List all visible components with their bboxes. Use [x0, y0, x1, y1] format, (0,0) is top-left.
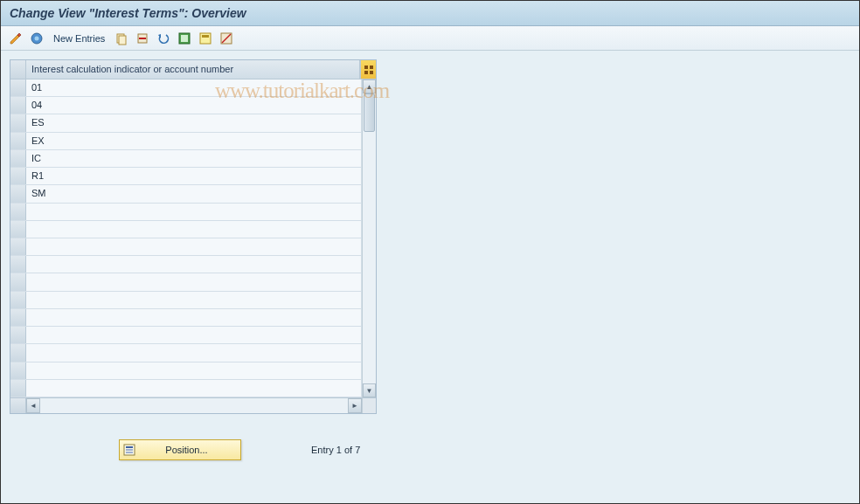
cell-value[interactable]: SM: [26, 185, 362, 202]
cell-value[interactable]: [26, 204, 362, 220]
content-area: www.tutorialkart.com Interest calculatio…: [1, 51, 859, 504]
select-all-icon[interactable]: [177, 31, 192, 46]
svg-rect-7: [200, 33, 211, 44]
row-selector[interactable]: [10, 238, 26, 255]
svg-point-1: [35, 36, 39, 40]
table-row[interactable]: [10, 204, 362, 221]
table-row[interactable]: [10, 344, 362, 362]
table-row[interactable]: [10, 238, 362, 256]
table-row[interactable]: 04: [10, 97, 362, 114]
row-selector[interactable]: [10, 150, 26, 167]
svg-rect-11: [370, 66, 373, 69]
row-selector[interactable]: [10, 79, 26, 96]
svg-rect-16: [126, 449, 133, 451]
other-view-icon[interactable]: [29, 31, 45, 46]
footer-corner: [10, 398, 26, 413]
table-row[interactable]: [10, 327, 362, 344]
column-header[interactable]: Interest calculation indicator or accoun…: [26, 60, 360, 79]
cell-value[interactable]: [26, 362, 362, 379]
entry-counter: Entry 1 of 7: [311, 445, 360, 455]
row-selector[interactable]: [10, 344, 26, 361]
cell-value[interactable]: [26, 309, 362, 326]
toolbar: New Entries: [1, 26, 859, 51]
row-selector[interactable]: [10, 327, 26, 343]
cell-value[interactable]: EX: [26, 133, 362, 149]
horizontal-scrollbar[interactable]: ◄ ►: [26, 398, 362, 413]
deselect-all-icon[interactable]: [218, 31, 234, 46]
cell-value[interactable]: [26, 292, 362, 308]
table-row[interactable]: IC: [10, 150, 362, 168]
vertical-scrollbar[interactable]: ▲ ▼: [362, 79, 376, 397]
copy-icon[interactable]: [114, 31, 129, 46]
undo-icon[interactable]: [156, 31, 171, 46]
hscroll-track[interactable]: [40, 398, 348, 413]
cell-value[interactable]: 04: [26, 97, 362, 114]
row-selector[interactable]: [10, 133, 26, 149]
cell-value[interactable]: ES: [26, 114, 362, 131]
table-row[interactable]: [10, 256, 362, 273]
table-row[interactable]: [10, 273, 362, 291]
table-row[interactable]: 01: [10, 79, 362, 97]
select-all-column[interactable]: [10, 60, 26, 79]
table-row[interactable]: SM: [10, 185, 362, 203]
table-body: 0104ESEXICR1SM ▲ ▼: [10, 79, 376, 397]
page-title: Change View "Interest Terms": Overview: [1, 1, 859, 26]
scroll-up-icon[interactable]: ▲: [363, 79, 376, 93]
scroll-left-icon[interactable]: ◄: [26, 398, 40, 413]
cell-value[interactable]: [26, 344, 362, 361]
svg-rect-3: [119, 36, 126, 45]
position-icon: [122, 443, 136, 457]
table-row[interactable]: [10, 380, 362, 397]
svg-rect-17: [126, 452, 133, 453]
table-settings-icon[interactable]: [360, 60, 376, 79]
row-selector[interactable]: [10, 185, 26, 202]
table-row[interactable]: EX: [10, 133, 362, 150]
table-row[interactable]: R1: [10, 168, 362, 185]
cell-value[interactable]: [26, 238, 362, 255]
svg-rect-8: [202, 35, 209, 38]
svg-rect-6: [181, 35, 188, 42]
row-selector[interactable]: [10, 309, 26, 326]
row-selector[interactable]: [10, 221, 26, 238]
scroll-right-icon[interactable]: ►: [348, 398, 362, 413]
cell-value[interactable]: IC: [26, 150, 362, 167]
table-row[interactable]: ES: [10, 114, 362, 132]
svg-rect-13: [370, 71, 373, 74]
delete-icon[interactable]: [135, 31, 150, 46]
svg-rect-10: [364, 66, 368, 69]
row-selector[interactable]: [10, 380, 26, 397]
row-selector[interactable]: [10, 256, 26, 273]
change-display-icon[interactable]: [8, 31, 24, 46]
cell-value[interactable]: 01: [26, 79, 362, 96]
scroll-track[interactable]: [363, 93, 376, 383]
scroll-corner: [362, 398, 376, 413]
svg-rect-12: [364, 71, 368, 74]
row-selector[interactable]: [10, 114, 26, 131]
cell-value[interactable]: [26, 327, 362, 343]
table-row[interactable]: [10, 292, 362, 309]
scroll-down-icon[interactable]: ▼: [363, 383, 376, 397]
cell-value[interactable]: R1: [26, 168, 362, 184]
table-row[interactable]: [10, 309, 362, 327]
cell-value[interactable]: [26, 380, 362, 397]
cell-value[interactable]: [26, 221, 362, 238]
row-selector[interactable]: [10, 204, 26, 220]
table-footer: ◄ ►: [10, 397, 376, 413]
bottom-bar: Position... Entry 1 of 7: [10, 439, 447, 460]
position-label: Position...: [142, 445, 232, 455]
cell-value[interactable]: [26, 273, 362, 290]
row-selector[interactable]: [10, 97, 26, 114]
cell-value[interactable]: [26, 256, 362, 273]
svg-rect-15: [126, 446, 133, 448]
select-block-icon[interactable]: [198, 31, 213, 46]
row-selector[interactable]: [10, 168, 26, 184]
table: Interest calculation indicator or accoun…: [10, 59, 377, 414]
table-row[interactable]: [10, 362, 362, 380]
row-selector[interactable]: [10, 292, 26, 308]
row-selector[interactable]: [10, 362, 26, 379]
row-selector[interactable]: [10, 273, 26, 290]
scroll-thumb[interactable]: [364, 93, 375, 132]
table-row[interactable]: [10, 221, 362, 238]
new-entries-button[interactable]: New Entries: [50, 33, 108, 44]
position-button[interactable]: Position...: [119, 439, 241, 460]
